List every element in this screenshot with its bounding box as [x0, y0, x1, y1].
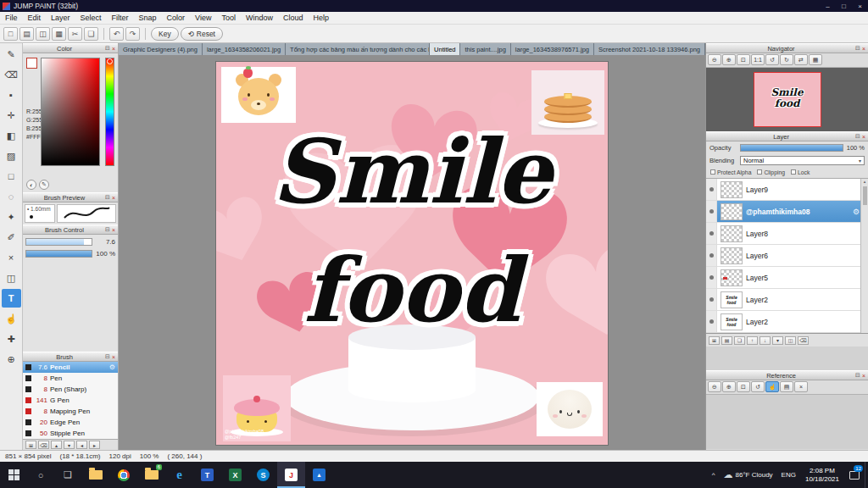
menu-view[interactable]: View [190, 14, 216, 22]
layer-settings-gear-icon[interactable]: ⚙ [853, 208, 860, 216]
layer-visibility-toggle[interactable] [706, 223, 717, 244]
brush-prev-button[interactable]: ◂ [76, 441, 87, 449]
add-folder-button[interactable]: ▤ [721, 336, 732, 345]
hand-tool[interactable]: ☝ [2, 309, 21, 328]
lasso-tool[interactable]: ◌ [2, 187, 21, 206]
layer-row[interactable]: Smile food Layer2 [706, 311, 868, 333]
key-button[interactable]: Key [151, 27, 179, 41]
shape-tool[interactable]: ✚ [2, 330, 21, 348]
ref-rotate-button[interactable]: ↺ [751, 381, 765, 392]
weather-widget[interactable]: ☁ 86°F Cloudy [720, 469, 777, 480]
select-pen-tool[interactable]: ✐ [2, 228, 21, 247]
taskbar-jump-paint-active[interactable]: J [277, 462, 305, 488]
layer-list-scrollbar[interactable]: ▴ [860, 179, 868, 333]
tab-document[interactable]: Tổng hợp các bảng màu ấn tượng dành cho … [286, 43, 430, 55]
gradient-tool[interactable]: ▨ [2, 147, 21, 165]
bucket-tool[interactable]: ◫ [2, 269, 21, 287]
layer-visibility-toggle[interactable] [706, 201, 717, 222]
ref-open-button[interactable]: ▤ [780, 381, 793, 392]
brush-item-edge-pen[interactable]: 20 Edge Pen [23, 417, 118, 428]
brush-item-pen[interactable]: 8 Pen [23, 373, 118, 384]
clear-layer-button[interactable]: ◫ [785, 336, 796, 345]
flip-view-button[interactable]: ⇄ [794, 54, 808, 65]
close-panel-icon[interactable]: × [862, 134, 865, 140]
navigator-thumbnail[interactable]: Smile food [754, 72, 821, 127]
layer-visibility-toggle[interactable] [706, 311, 717, 332]
brush-up-button[interactable]: ▴ [51, 441, 62, 449]
tab-document[interactable]: large_1634358206021.jpg [203, 43, 286, 55]
new-file-button[interactable]: □ [3, 27, 18, 41]
delete-brush-button[interactable]: ⌫ [38, 441, 49, 449]
move-layer-down-button[interactable]: ↓ [760, 336, 771, 345]
minimize-button[interactable]: – [820, 0, 836, 12]
start-button[interactable] [0, 462, 27, 488]
brush-size-slider[interactable] [25, 238, 92, 246]
ref-zoom-in-button[interactable]: ⊕ [722, 381, 736, 392]
protect-alpha-checkbox[interactable]: Protect Alpha [710, 169, 751, 175]
brush-item-pen-sharp[interactable]: 8 Pen (Sharp) [23, 384, 118, 395]
close-panel-icon[interactable]: × [112, 46, 115, 52]
taskbar-skype[interactable]: S [249, 462, 277, 488]
brush-item-stipple-pen[interactable]: 50 Stipple Pen [23, 428, 118, 439]
collapse-panel-icon[interactable]: ⊟ [105, 226, 110, 233]
tab-document[interactable]: Graphic Designers (4).png [119, 43, 203, 55]
brush-opacity-slider[interactable] [25, 250, 92, 258]
lock-checkbox[interactable]: Lock [791, 169, 810, 175]
eyedropper-button[interactable]: ✎ [39, 180, 49, 190]
collapse-panel-icon[interactable]: ⊟ [855, 45, 860, 52]
menu-window[interactable]: Window [241, 14, 278, 22]
hue-strip[interactable] [105, 58, 114, 166]
fit-view-button[interactable]: ⊡ [737, 54, 750, 65]
clock[interactable]: 2:08 PM 10/18/2021 [800, 467, 844, 484]
open-file-button[interactable]: ▤ [19, 27, 34, 41]
move-tool[interactable]: ✛ [2, 106, 21, 125]
close-panel-icon[interactable]: × [112, 227, 115, 233]
move-layer-up-button[interactable]: ↑ [747, 336, 758, 345]
menu-tool[interactable]: Tool [216, 14, 241, 22]
rotate-left-button[interactable]: ↺ [765, 54, 779, 65]
foreground-color-swatch[interactable] [26, 58, 37, 69]
zoom-in-button[interactable]: ⊕ [722, 54, 736, 65]
grid-toggle-button[interactable]: ▦ [809, 54, 822, 65]
layer-row[interactable]: Smile food Layer2 [706, 289, 868, 311]
select-rect-tool[interactable]: □ [2, 167, 21, 186]
collapse-panel-icon[interactable]: ⊟ [105, 194, 110, 201]
menu-file[interactable]: File [0, 14, 23, 22]
collapse-panel-icon[interactable]: ⊟ [105, 45, 110, 52]
menu-snap[interactable]: Snap [134, 14, 162, 22]
tray-overflow-arrow[interactable]: ^ [708, 471, 720, 479]
taskbar-downloads-folder[interactable]: 6 [137, 462, 165, 488]
menu-help[interactable]: Help [309, 14, 335, 22]
eraser-tool[interactable]: ⌫ [2, 65, 21, 84]
select-erase-tool[interactable]: × [2, 248, 21, 267]
menu-cloud[interactable]: Cloud [278, 14, 309, 22]
ref-clear-button[interactable]: × [794, 381, 808, 392]
collapse-panel-icon[interactable]: ⊟ [855, 372, 860, 379]
tab-document-active[interactable]: Untitled [430, 43, 460, 55]
taskbar-teams[interactable]: T [193, 462, 221, 488]
close-panel-icon[interactable]: × [862, 46, 865, 52]
menu-select[interactable]: Select [75, 14, 107, 22]
brush-next-button[interactable]: ▸ [89, 441, 100, 449]
menu-layer[interactable]: Layer [46, 14, 75, 22]
taskbar-file-explorer[interactable] [81, 462, 109, 488]
layer-visibility-toggle[interactable] [706, 245, 717, 266]
layer-row[interactable]: Layer6 [706, 245, 868, 267]
ref-zoom-out-button[interactable]: ⊖ [708, 381, 721, 392]
layer-visibility-toggle[interactable] [706, 267, 717, 288]
pen-tool[interactable]: ✎ [2, 45, 21, 64]
pixel-tool[interactable]: ▪ [2, 86, 21, 104]
artwork[interactable]: Smile food @phamthikimha08 @fb247 [216, 62, 608, 445]
scrollbar-thumb[interactable] [863, 186, 867, 205]
action-center-button[interactable]: 12 [844, 462, 865, 488]
zoom-tool[interactable]: ⊕ [2, 350, 21, 369]
clipping-checkbox[interactable]: Clipping [757, 169, 785, 175]
brush-item-g-pen[interactable]: 141 G Pen [23, 395, 118, 406]
ref-hand-button[interactable]: ☝ [765, 381, 779, 392]
saturation-value-picker[interactable] [41, 58, 100, 166]
rotate-right-button[interactable]: ↻ [780, 54, 793, 65]
taskbar-photos[interactable]: ▲ [305, 462, 333, 488]
cut-button[interactable]: ✂ [68, 27, 82, 41]
close-button[interactable]: × [852, 0, 868, 12]
duplicate-layer-button[interactable]: ❏ [734, 336, 745, 345]
